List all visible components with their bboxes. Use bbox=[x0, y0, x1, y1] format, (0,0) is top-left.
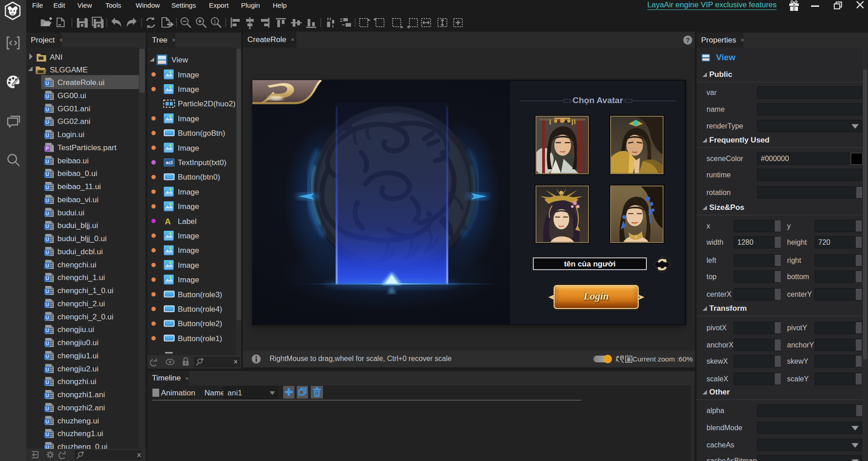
svg-text:View: View bbox=[171, 56, 188, 64]
svg-text:Image: Image bbox=[178, 144, 199, 152]
svg-text:chengchi_2.ui: chengchi_2.ui bbox=[57, 299, 105, 308]
svg-text:Button(role1): Button(role1) bbox=[178, 334, 222, 343]
svg-text:beibao_vi.ui: beibao_vi.ui bbox=[57, 195, 99, 204]
svg-text:Button(role4): Button(role4) bbox=[178, 305, 222, 314]
svg-text:chengjiu1.ui: chengjiu1.ui bbox=[57, 352, 99, 360]
svg-text:CreateRole.ui: CreateRole.ui bbox=[57, 78, 104, 87]
svg-text:A: A bbox=[165, 217, 171, 226]
svg-text:Login.ui: Login.ui bbox=[57, 130, 85, 139]
svg-text:chuzheng_0.ui: chuzheng_0.ui bbox=[57, 442, 108, 449]
svg-text:chengjiu.ui: chengjiu.ui bbox=[57, 325, 94, 334]
svg-text:chengchi_1_0.ui: chengchi_1_0.ui bbox=[57, 286, 114, 295]
svg-text:chengjiu0.ui: chengjiu0.ui bbox=[57, 338, 99, 347]
svg-text:Image: Image bbox=[178, 188, 199, 196]
svg-text:Image: Image bbox=[178, 246, 199, 255]
svg-text:chongzhi1.ani: chongzhi1.ani bbox=[57, 390, 105, 399]
svg-text:Image: Image bbox=[178, 71, 199, 79]
svg-text:chuzheng.ui: chuzheng.ui bbox=[57, 417, 99, 425]
svg-text:?: ? bbox=[686, 37, 690, 44]
svg-text:Image: Image bbox=[178, 85, 199, 94]
svg-text:chengchi.ui: chengchi.ui bbox=[57, 261, 96, 269]
svg-text:chengjiu2.ui: chengjiu2.ui bbox=[57, 365, 99, 373]
svg-text:budui_dcbl.ui: budui_dcbl.ui bbox=[57, 247, 103, 256]
svg-text:beibao_0.ui: beibao_0.ui bbox=[57, 169, 97, 178]
svg-text:beibao_11.ui: beibao_11.ui bbox=[57, 182, 101, 191]
svg-text:beibao.ui: beibao.ui bbox=[57, 157, 89, 165]
svg-text:Label: Label bbox=[178, 217, 197, 226]
svg-text:chengchi_2_0.ui: chengchi_2_0.ui bbox=[57, 313, 114, 321]
svg-text:Image: Image bbox=[178, 276, 199, 284]
svg-text:Image: Image bbox=[178, 114, 199, 123]
svg-text:GG00.ui: GG00.ui bbox=[57, 91, 86, 100]
svg-text:SLGGAME: SLGGAME bbox=[50, 66, 88, 74]
svg-text:chongzhi.ui: chongzhi.ui bbox=[57, 377, 96, 386]
svg-text:1: 1 bbox=[213, 19, 216, 24]
svg-text:GG01.ani: GG01.ani bbox=[57, 105, 90, 113]
svg-text:chuzheng1.ui: chuzheng1.ui bbox=[57, 429, 103, 438]
svg-text:budui_bljj_0.ui: budui_bljj_0.ui bbox=[57, 234, 107, 243]
svg-text:Button(btn0): Button(btn0) bbox=[178, 173, 220, 181]
svg-text:Image: Image bbox=[178, 261, 199, 270]
svg-text:Image: Image bbox=[178, 202, 199, 211]
svg-text:Button(goBtn): Button(goBtn) bbox=[178, 129, 225, 138]
svg-text:GG02.ani: GG02.ani bbox=[57, 117, 90, 126]
svg-text:ANI: ANI bbox=[50, 53, 62, 62]
svg-text:chengchi_1.ui: chengchi_1.ui bbox=[57, 273, 105, 282]
svg-text:TextInput(txt0): TextInput(txt0) bbox=[178, 158, 227, 167]
svg-text:budui.ui: budui.ui bbox=[57, 209, 85, 217]
svg-text:TestParticles.part: TestParticles.part bbox=[57, 143, 117, 152]
svg-text:chongzhi2.ani: chongzhi2.ani bbox=[57, 404, 105, 412]
svg-text:Particle2D(huo2): Particle2D(huo2) bbox=[178, 100, 236, 108]
svg-text:Button(role3): Button(role3) bbox=[178, 290, 222, 299]
svg-text:budui_bljj.ui: budui_bljj.ui bbox=[57, 221, 98, 230]
svg-text:Image: Image bbox=[178, 232, 199, 240]
svg-text:Button(role2): Button(role2) bbox=[178, 319, 222, 328]
